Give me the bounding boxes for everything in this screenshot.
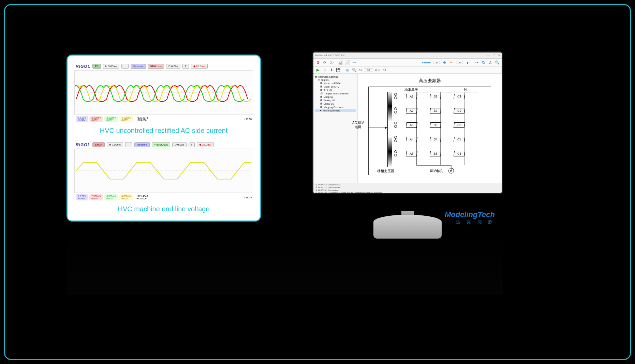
scope1-measure[interactable]: Measure: [131, 64, 146, 69]
palette-label[interactable]: Palette: [422, 61, 430, 64]
info-icon[interactable]: ⓘ: [329, 60, 334, 65]
refresh-icon[interactable]: ⟳: [322, 60, 327, 65]
scope2-footer: 1 2.00V+6.00V 2 500mV0.00V 3 500mV0.00V …: [74, 193, 253, 202]
console-line: ① 14:37:31 > Load success!: [315, 184, 500, 186]
scope2-time: ↑ 19:55: [244, 196, 252, 199]
tree-item-model-on-cpu[interactable]: ▦Model on CPU: [315, 85, 356, 88]
scope2-ch2[interactable]: 2 500mV0.00V: [89, 194, 103, 200]
close-project-icon[interactable]: ⊗: [315, 60, 320, 65]
expand-icon[interactable]: ⊞: [345, 68, 350, 73]
app-console: ① 14:37:31 > Load success!① 14:37:31 > D…: [313, 183, 502, 194]
scope2-t[interactable]: T: [189, 142, 195, 147]
tree-target[interactable]: <> Target 1: [315, 78, 356, 81]
console-line: ① 14:37:33 > Connecting...: [315, 189, 500, 192]
monitor-screen: StarSim HIL/CADT/HVC/full* — ☐ ✕ ⊗ ⟳ ⓘ 📊…: [312, 51, 503, 194]
scope1-trig[interactable]: ◆ 26.0mV: [191, 64, 208, 69]
tree-item-targets-interconnection[interactable]: 🔗Targets Interconnection: [315, 92, 356, 95]
item-icon: ▦: [320, 95, 323, 98]
scope2-d[interactable]: D 0.00s: [172, 142, 187, 147]
tree-item-test-i/o[interactable]: ▦Test I/O: [315, 88, 356, 92]
reflection: [67, 227, 503, 295]
play-icon[interactable]: ▶: [315, 68, 320, 73]
search-icon[interactable]: 🔍: [352, 68, 357, 73]
item-icon: ▦: [320, 106, 323, 108]
toggle-icon[interactable]: ⊙: [442, 60, 447, 65]
scope1-khz: 510Khz/s: [148, 64, 164, 69]
scope1-footer: 1 2.00V+6.00V 2 200mV0.00V 3 200mV0.00V …: [74, 115, 253, 123]
app-toolbar-2: ▶ ⊙ ⬇ 💾 ⊞ 🔍 Fs 10 kHz ⟲: [313, 67, 502, 74]
scope2-trig[interactable]: ◆ 25.0mV: [197, 142, 214, 147]
close-icon[interactable]: ✕: [498, 54, 500, 57]
scope2-ch1[interactable]: 1 2.00V+6.00V: [76, 194, 88, 200]
scope2-measure[interactable]: Measure: [134, 142, 150, 147]
item-icon: ▦: [320, 85, 323, 88]
scope2-stats: +121.4343+724.606: [134, 194, 150, 200]
tree-item-running-models[interactable]: ▸Running Models: [315, 109, 356, 112]
scope1-ch1[interactable]: 1 2.00V+6.00V: [76, 116, 88, 122]
scope-panel-2: RIGOL STOP H 2.00ms Measure = 510Khz/s D…: [74, 141, 253, 202]
sync-icon[interactable]: ⟲: [382, 68, 387, 73]
scope1-time: ↑ 19:50: [244, 118, 252, 120]
app-titlebar: StarSim HIL/CADT/HVC/full* — ☐ ✕: [313, 52, 502, 59]
svg-marker-3: [385, 127, 387, 129]
crop-icon[interactable]: ⧉: [481, 60, 486, 65]
main-frame: RIGOL TD H 5.00ms Measure 510Khz/s D 0.0…: [4, 4, 631, 360]
scope-panel-1: RIGOL TD H 5.00ms Measure 510Khz/s D 0.0…: [74, 62, 253, 123]
scope2-mode[interactable]: STOP: [92, 142, 105, 147]
minimize-icon[interactable]: —: [487, 54, 490, 57]
scope2-ch3[interactable]: 3 500mV0.00V: [104, 194, 118, 200]
chart2-icon[interactable]: 📈: [345, 60, 350, 65]
item-icon: 🔗: [320, 92, 323, 95]
dot-icon[interactable]: ●: [465, 60, 470, 65]
scope1-d[interactable]: D 0.00s: [166, 64, 180, 69]
diagram-title: 高压变频器: [361, 78, 498, 84]
scope2-hdiv[interactable]: H 2.00ms: [107, 142, 123, 147]
download-icon[interactable]: ⬇: [329, 68, 334, 73]
item-icon: ▦: [320, 82, 323, 85]
app-canvas[interactable]: 高压变频器 AC 6kV电网 功率单元 N A1B1C1A2B2C2A3B3C3…: [358, 74, 502, 183]
app-sidebar: ▦ Hardware Settings <> Target 1 ▦Model o…: [313, 74, 358, 183]
scope1-hdiv[interactable]: H 5.00ms: [103, 64, 119, 69]
item-icon: ▦: [320, 99, 323, 102]
app-title: StarSim HIL/CADT/HVC/full*: [315, 54, 345, 57]
fs-unit: kHz: [375, 69, 380, 72]
save-icon[interactable]: 💾: [336, 68, 341, 73]
scope1-ch2[interactable]: 2 200mV0.00V: [89, 116, 103, 122]
item-icon: ▸: [320, 109, 322, 112]
folder-icon: ▦: [315, 75, 317, 78]
ac-label: AC 6kV电网: [352, 121, 364, 130]
fs-label: Fs: [359, 69, 362, 72]
console-line: ① 14:37:31 > Disconnected: [315, 186, 500, 189]
zoom-icon[interactable]: 🔍: [495, 60, 500, 65]
record-icon[interactable]: ⊙: [322, 68, 327, 73]
text-icon[interactable]: A: [488, 60, 493, 65]
brand-sub: 远 宽 能 源: [445, 219, 495, 225]
scope2-blank: [125, 142, 132, 147]
brand-name: ModelingTech: [445, 210, 495, 219]
tree-item-digital-i/o[interactable]: ▦Digital I/O: [315, 102, 356, 105]
item-icon: ▦: [320, 89, 323, 91]
tree-item-mapping-overview[interactable]: ▦Mapping Overview: [315, 105, 356, 109]
tree-item-model-on-fpga[interactable]: ▦Model on FPGA: [315, 81, 356, 85]
app-body: ▦ Hardware Settings <> Target 1 ▦Model o…: [313, 74, 502, 183]
scope1-stats: +121.4343+724.606: [134, 116, 150, 122]
waveform-tool-icon[interactable]: 〜: [474, 60, 479, 65]
fs-value[interactable]: 10: [364, 68, 373, 72]
scope1-ch4[interactable]: 4 100mV0.00V: [119, 116, 133, 122]
scope2-ch4[interactable]: 4 500mV0.00V: [119, 194, 133, 200]
scope2-waveform: [74, 149, 253, 193]
scope1-t[interactable]: T: [182, 64, 189, 69]
scope1-ch3[interactable]: 3 200mV0.00V: [104, 116, 118, 122]
scope1-mode[interactable]: TD: [92, 64, 101, 69]
scissors-icon[interactable]: ✂: [449, 60, 454, 65]
item-icon: ▦: [320, 102, 323, 105]
plot-icon[interactable]: 〰: [352, 60, 357, 65]
scope1-header: RIGOL TD H 5.00ms Measure 510Khz/s D 0.0…: [74, 62, 253, 70]
scope1-blank: [121, 64, 129, 69]
maximize-icon[interactable]: ☐: [493, 54, 495, 57]
tree-root[interactable]: ▦ Hardware Settings: [315, 75, 356, 78]
tree-item-mapping[interactable]: ▦Mapping: [315, 95, 356, 98]
chart-icon[interactable]: 📊: [338, 60, 343, 65]
tree-item-analog-i/o[interactable]: ▦Analog I/O: [315, 98, 356, 102]
oscilloscope-card: RIGOL TD H 5.00ms Measure 510Khz/s D 0.0…: [67, 55, 261, 222]
